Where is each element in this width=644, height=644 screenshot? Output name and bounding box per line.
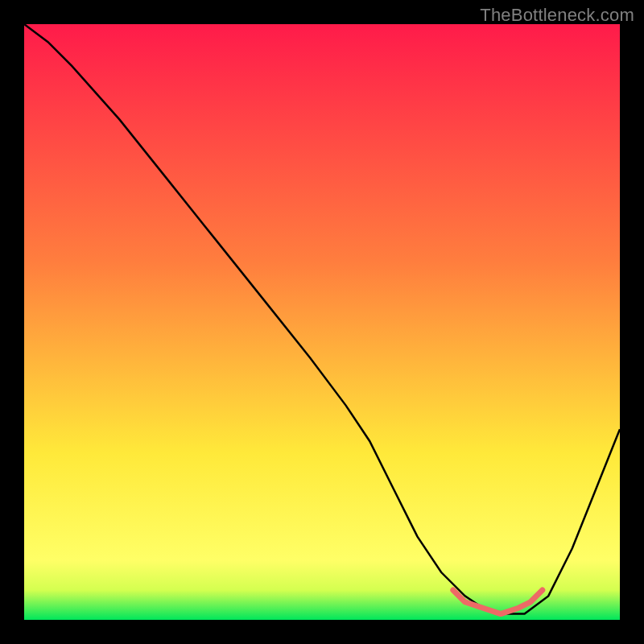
plot-frame — [24, 24, 620, 620]
chart-stage: TheBottleneck.com — [0, 0, 644, 644]
watermark-text: TheBottleneck.com — [480, 5, 634, 26]
bottleneck-chart — [24, 24, 620, 620]
